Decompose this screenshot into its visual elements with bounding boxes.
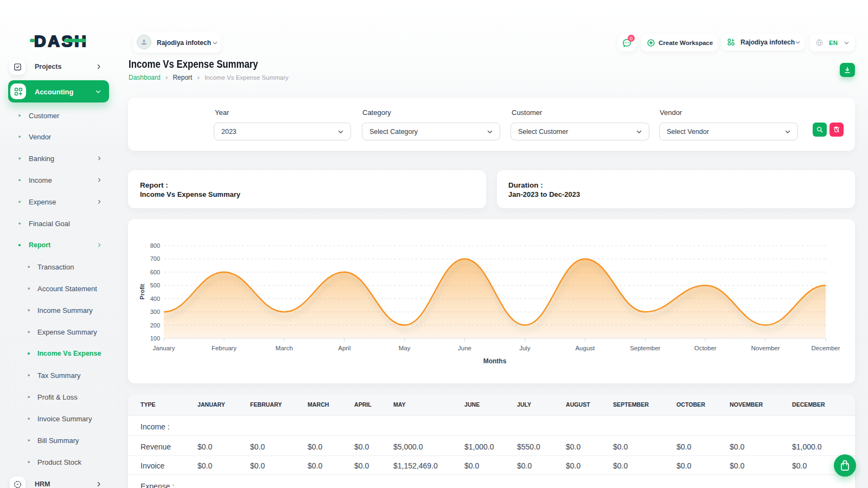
svg-text:Months: Months — [483, 357, 507, 365]
svg-text:October: October — [694, 345, 717, 351]
svg-text:300: 300 — [150, 309, 160, 315]
svg-text:December: December — [811, 345, 840, 351]
svg-text:200: 200 — [150, 322, 160, 329]
svg-text:Profit: Profit — [139, 284, 145, 299]
svg-text:700: 700 — [150, 255, 160, 262]
svg-text:500: 500 — [150, 282, 160, 288]
svg-text:November: November — [751, 345, 780, 351]
svg-text:May: May — [399, 345, 411, 351]
svg-text:September: September — [630, 345, 660, 351]
svg-text:400: 400 — [150, 296, 160, 302]
svg-text:April: April — [338, 345, 350, 351]
svg-text:July: July — [519, 345, 531, 351]
svg-text:800: 800 — [150, 242, 160, 249]
svg-text:100: 100 — [150, 335, 160, 342]
svg-text:August: August — [575, 345, 595, 351]
svg-text:600: 600 — [150, 269, 160, 275]
svg-text:January: January — [153, 345, 175, 351]
svg-text:June: June — [458, 345, 471, 351]
svg-text:February: February — [212, 345, 237, 351]
svg-text:March: March — [276, 345, 293, 351]
